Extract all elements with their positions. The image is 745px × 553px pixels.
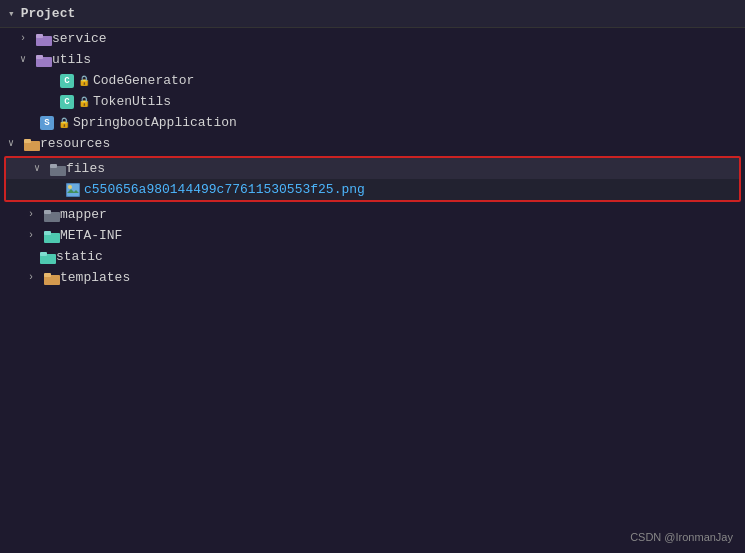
folder-icon-service <box>36 32 52 46</box>
folder-icon-static <box>40 250 56 264</box>
tree-item-resources[interactable]: ∨ resources <box>0 133 745 154</box>
svg-rect-5 <box>24 139 31 143</box>
folder-icon-utils <box>36 53 52 67</box>
svg-rect-19 <box>44 273 51 277</box>
service-label: service <box>52 31 107 46</box>
tokenUtils-label: TokenUtils <box>93 94 171 109</box>
chevron-icon-service: › <box>20 32 34 46</box>
tree-item-files[interactable]: ∨ files <box>6 158 739 179</box>
image-file-icon <box>66 183 80 197</box>
metainf-label: META-INF <box>60 228 122 243</box>
svg-rect-7 <box>50 164 57 168</box>
lock-icon-codeGenerator: 🔒 <box>78 75 90 87</box>
tree-item-templates[interactable]: › templates <box>0 267 745 288</box>
folder-icon-templates <box>44 271 60 285</box>
folder-icon-metainf <box>44 229 60 243</box>
lock-icon-tokenUtils: 🔒 <box>78 96 90 108</box>
templates-label: templates <box>60 270 130 285</box>
static-label: static <box>56 249 103 264</box>
chevron-icon-resources: ∨ <box>8 137 22 151</box>
chevron-icon-files: ∨ <box>34 162 48 176</box>
tree-item-metainf[interactable]: › META-INF <box>0 225 745 246</box>
svg-rect-1 <box>36 34 43 38</box>
folder-icon-mapper <box>44 208 60 222</box>
folder-icon-resources <box>24 137 40 151</box>
class-icon-springbootApp: S <box>40 116 54 130</box>
codeGenerator-label: CodeGenerator <box>93 73 194 88</box>
svg-rect-17 <box>40 252 47 256</box>
tree-item-codeGenerator[interactable]: C 🔒 CodeGenerator <box>0 70 745 91</box>
springbootApp-label: SpringbootApplication <box>73 115 237 130</box>
utils-label: utils <box>52 52 91 67</box>
tree-item-utils[interactable]: ∨ utils <box>0 49 745 70</box>
svg-rect-3 <box>36 55 43 59</box>
tree-item-service[interactable]: › service <box>0 28 745 49</box>
resources-label: resources <box>40 136 110 151</box>
mapper-label: mapper <box>60 207 107 222</box>
folder-icon-files <box>50 162 66 176</box>
class-icon-tokenUtils: C <box>60 95 74 109</box>
lock-icon-springbootApp: 🔒 <box>58 117 70 129</box>
chevron-icon-mapper: › <box>28 208 42 222</box>
chevron-icon-metainf: › <box>28 229 42 243</box>
tree-item-mapper[interactable]: › mapper <box>0 204 745 225</box>
tree-item-static[interactable]: static <box>0 246 745 267</box>
files-label: files <box>66 161 105 176</box>
chevron-icon-templates: › <box>28 271 42 285</box>
header-title: Project <box>21 6 76 21</box>
imageFile-label: c550656a980144499c77611530553f25.png <box>84 182 365 197</box>
tree-content: › service ∨ utils C 🔒 CodeGenerator C � <box>0 28 745 288</box>
tree-item-tokenUtils[interactable]: C 🔒 TokenUtils <box>0 91 745 112</box>
chevron-icon-utils: ∨ <box>20 53 34 67</box>
file-tree: ▾ Project › service ∨ utils C 🔒 Code <box>0 0 745 553</box>
svg-point-11 <box>68 185 72 189</box>
class-icon-codeGenerator: C <box>60 74 74 88</box>
watermark: CSDN @IronmanJay <box>630 531 733 543</box>
project-header[interactable]: ▾ Project <box>0 0 745 28</box>
highlighted-section: ∨ files c550656a980144499c7761 <box>4 156 741 202</box>
tree-item-imageFile[interactable]: c550656a980144499c77611530553f25.png <box>6 179 739 200</box>
tree-item-springbootApp[interactable]: S 🔒 SpringbootApplication <box>0 112 745 133</box>
svg-rect-13 <box>44 210 51 214</box>
header-chevron: ▾ <box>8 7 15 20</box>
svg-rect-15 <box>44 231 51 235</box>
